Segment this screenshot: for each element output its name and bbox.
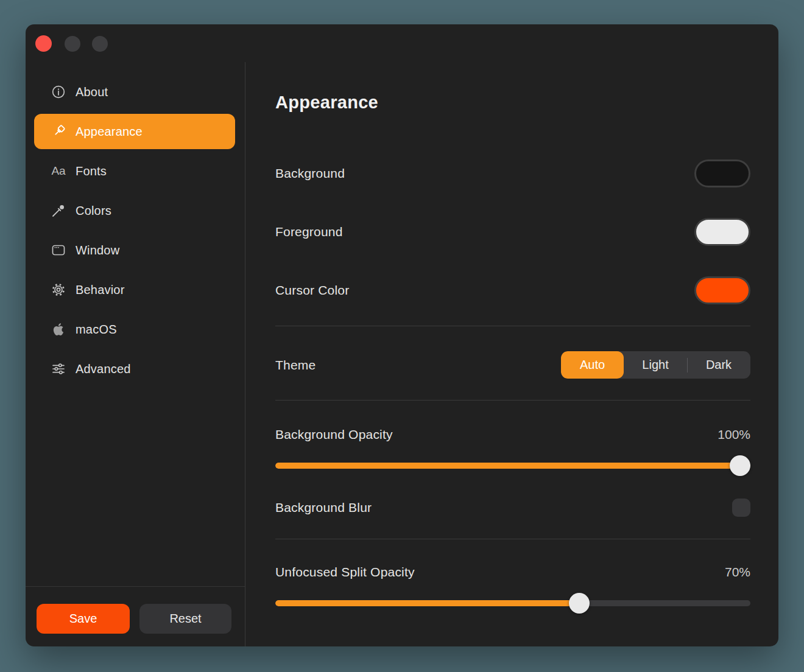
- cursor-color-swatch[interactable]: [694, 276, 750, 304]
- slider-track[interactable]: [275, 463, 750, 469]
- foreground-color-swatch[interactable]: [694, 218, 750, 246]
- background-blur-checkbox[interactable]: [732, 499, 750, 517]
- cursor-color-row: Cursor Color: [275, 276, 750, 304]
- divider: [275, 400, 750, 401]
- sidebar-divider: [245, 62, 245, 646]
- theme-option-light[interactable]: Light: [624, 351, 687, 379]
- sidebar-item-appearance[interactable]: Appearance: [34, 114, 235, 149]
- fonts-icon: Aa: [49, 163, 68, 179]
- slider-fill: [275, 600, 579, 606]
- theme-segmented-control: Auto Light Dark: [561, 351, 750, 379]
- divider: [275, 326, 750, 326]
- window-icon: [49, 242, 68, 258]
- reset-button[interactable]: Reset: [139, 604, 231, 634]
- gear-icon: [49, 282, 68, 298]
- unfocused-split-opacity-label: Unfocused Split Opacity: [275, 565, 415, 579]
- eyedropper-icon: [49, 203, 68, 219]
- background-row: Background: [275, 159, 750, 187]
- theme-option-dark[interactable]: Dark: [687, 351, 750, 379]
- slider-thumb[interactable]: [730, 455, 750, 476]
- apple-icon: [49, 321, 68, 337]
- sidebar-item-behavior[interactable]: Behavior: [34, 272, 235, 307]
- slider-fill: [275, 463, 750, 469]
- unfocused-split-opacity-value: 70%: [725, 565, 750, 579]
- sidebar-item-label: Behavior: [76, 283, 125, 297]
- background-blur-row: Background Blur: [275, 494, 750, 521]
- foreground-row: Foreground: [275, 218, 750, 246]
- sidebar-item-label: Fonts: [76, 164, 107, 178]
- background-opacity-label: Background Opacity: [275, 427, 393, 442]
- slider-track[interactable]: [275, 600, 750, 606]
- minimize-button[interactable]: [65, 36, 80, 52]
- sidebar-item-label: About: [76, 85, 108, 99]
- sidebar-item-advanced[interactable]: Advanced: [34, 351, 235, 387]
- foreground-label: Foreground: [275, 225, 343, 239]
- sidebar-item-label: Colors: [76, 204, 111, 218]
- settings-window: About Appearance Aa Fonts: [26, 24, 778, 646]
- unfocused-split-opacity-slider[interactable]: [275, 593, 750, 614]
- sidebar-item-colors[interactable]: Colors: [34, 193, 235, 228]
- sidebar-item-label: macOS: [76, 323, 117, 337]
- info-icon: [49, 84, 68, 100]
- divider: [275, 539, 750, 539]
- background-opacity-value: 100%: [718, 427, 750, 442]
- unfocused-split-opacity-row: Unfocused Split Opacity 70%: [275, 559, 750, 586]
- footer-divider: [26, 586, 245, 587]
- sidebar-item-macos[interactable]: macOS: [34, 312, 235, 347]
- page-title: Appearance: [275, 93, 378, 113]
- sidebar-item-fonts[interactable]: Aa Fonts: [34, 153, 235, 189]
- slider-thumb[interactable]: [569, 593, 590, 614]
- sidebar-item-label: Appearance: [76, 125, 143, 139]
- save-button[interactable]: Save: [37, 604, 130, 634]
- cursor-color-label: Cursor Color: [275, 283, 349, 298]
- sidebar-item-label: Advanced: [76, 362, 131, 376]
- background-blur-label: Background Blur: [275, 500, 372, 515]
- sliders-icon: [49, 361, 68, 377]
- background-label: Background: [275, 166, 345, 181]
- background-opacity-row: Background Opacity 100%: [275, 421, 750, 448]
- theme-row: Theme Auto Light Dark: [275, 351, 750, 379]
- zoom-button[interactable]: [92, 36, 108, 52]
- sidebar-item-label: Window: [76, 243, 119, 257]
- paintbrush-icon: [49, 124, 68, 139]
- background-color-swatch[interactable]: [694, 159, 750, 187]
- background-opacity-slider[interactable]: [275, 455, 750, 476]
- theme-option-auto[interactable]: Auto: [561, 351, 624, 379]
- sidebar-item-about[interactable]: About: [34, 74, 235, 110]
- desktop: { "window": { "traffic_lights": { "close…: [0, 0, 804, 672]
- close-button[interactable]: [35, 35, 52, 52]
- sidebar-item-window[interactable]: Window: [34, 233, 235, 268]
- theme-label: Theme: [275, 358, 316, 373]
- sidebar-nav: About Appearance Aa Fonts: [34, 74, 235, 387]
